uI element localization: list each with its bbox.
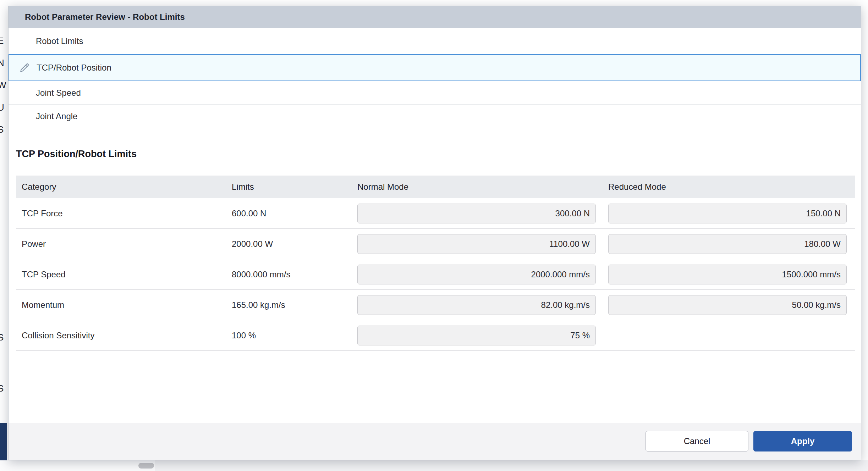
row-limit-value: 100 % [226, 331, 352, 340]
table-header-row: Category Limits Normal Mode Reduced Mode [16, 176, 855, 198]
dialog-titlebar: Robot Parameter Review - Robot Limits [9, 6, 861, 28]
column-header-reduced-mode: Reduced Mode [603, 182, 856, 192]
table-row: Momentum 165.00 kg.m/s [16, 290, 855, 320]
background-clipped-text: W [0, 80, 6, 91]
row-limit-value: 165.00 kg.m/s [226, 300, 352, 310]
background-clipped-text: N [0, 57, 4, 68]
row-limit-value: 8000.000 mm/s [226, 270, 352, 279]
column-header-limits: Limits [226, 182, 352, 192]
background-clipped-text: E [0, 35, 4, 46]
list-item-label: Joint Angle [36, 111, 77, 121]
table-row: TCP Speed 8000.000 mm/s [16, 259, 855, 290]
row-category-label: TCP Force [16, 209, 226, 218]
tcp-force-normal-input[interactable] [357, 204, 596, 223]
limits-table: Category Limits Normal Mode Reduced Mode… [16, 176, 855, 351]
row-limit-value: 600.00 N [226, 209, 352, 218]
list-item-joint-angle[interactable]: Joint Angle [9, 105, 861, 128]
row-category-label: Power [16, 239, 226, 249]
power-normal-input[interactable] [357, 234, 596, 254]
momentum-reduced-input[interactable] [608, 295, 847, 315]
background-clipped-text: S [0, 383, 4, 394]
section-title: TCP Position/Robot Limits [16, 148, 861, 160]
background-bottom-strip [0, 460, 868, 471]
row-category-label: Momentum [16, 300, 226, 310]
collision-sensitivity-normal-input[interactable] [357, 326, 596, 345]
power-reduced-input[interactable] [608, 234, 847, 254]
tcp-speed-reduced-input[interactable] [608, 265, 847, 284]
list-item-tcp-robot-position[interactable]: TCP/Robot Position [9, 54, 861, 81]
table-row: Power 2000.00 W [16, 229, 855, 259]
row-category-label: Collision Sensitivity [16, 331, 226, 340]
edit-pencil-icon [19, 62, 30, 73]
table-row: Collision Sensitivity 100 % [16, 320, 855, 351]
list-item-label: TCP/Robot Position [37, 63, 111, 73]
background-clipped-text: U [0, 102, 4, 113]
dialog-footer: Cancel Apply [9, 423, 861, 460]
cancel-button[interactable]: Cancel [645, 431, 748, 451]
background-clipped-text: S [0, 124, 4, 135]
background-clipped-text: S [0, 332, 4, 343]
robot-parameter-dialog: Robot Parameter Review - Robot Limits Ro… [8, 6, 861, 460]
list-item-label: Joint Speed [36, 88, 81, 98]
row-limit-value: 2000.00 W [226, 239, 352, 249]
momentum-normal-input[interactable] [357, 295, 596, 315]
horizontal-scrollbar-thumb[interactable] [138, 463, 154, 469]
list-item-robot-limits[interactable]: Robot Limits [9, 28, 861, 54]
screen: E N W U S S S Robot Parameter Review - R… [0, 0, 868, 471]
row-category-label: TCP Speed [16, 270, 226, 279]
column-header-category: Category [16, 182, 226, 192]
parameter-list: Robot Limits TCP/Robot Position Joint Sp… [9, 28, 861, 128]
table-row: TCP Force 600.00 N [16, 198, 855, 229]
column-header-normal-mode: Normal Mode [352, 182, 603, 192]
apply-button[interactable]: Apply [753, 431, 852, 451]
list-item-joint-speed[interactable]: Joint Speed [9, 81, 861, 105]
list-item-label: Robot Limits [36, 36, 83, 46]
tcp-speed-normal-input[interactable] [357, 265, 596, 284]
tcp-force-reduced-input[interactable] [608, 204, 847, 223]
dialog-title: Robot Parameter Review - Robot Limits [25, 12, 185, 22]
background-bottom-panel [0, 460, 155, 471]
